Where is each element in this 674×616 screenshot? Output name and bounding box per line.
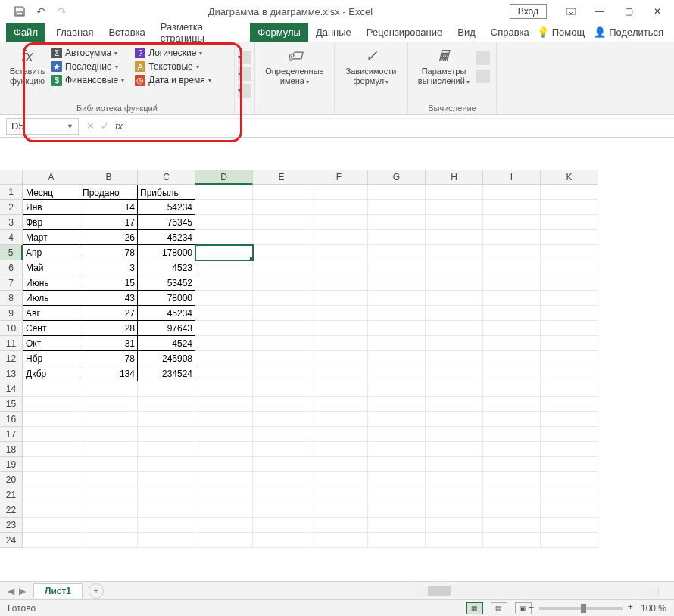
cell[interactable]: 53452 [138, 275, 195, 291]
tab-formulas[interactable]: Формулы [250, 23, 308, 42]
zoom-slider[interactable] [539, 607, 623, 610]
row-header[interactable]: 11 [0, 336, 23, 351]
cell[interactable] [253, 412, 310, 427]
share-button[interactable]: 👤Поделиться [594, 26, 663, 38]
cell[interactable] [253, 397, 310, 412]
cell[interactable] [483, 412, 541, 427]
cell[interactable] [195, 442, 253, 457]
cell[interactable]: Авг [23, 306, 80, 321]
calc-sheet-icon[interactable] [476, 70, 490, 83]
save-icon[interactable] [11, 2, 29, 20]
cell[interactable] [253, 291, 310, 306]
cell[interactable]: 97643 [138, 321, 195, 336]
cell[interactable] [368, 412, 426, 427]
cell[interactable] [483, 487, 541, 502]
cell[interactable]: 134 [80, 366, 138, 381]
cancel-icon[interactable]: ✕ [86, 120, 95, 132]
cell[interactable]: 78 [80, 351, 138, 366]
cell[interactable]: Месяц [23, 185, 80, 200]
signin-button[interactable]: Вход [510, 4, 547, 19]
defined-names-button[interactable]: 🏷 Определенные имена [261, 45, 328, 86]
text-button[interactable]: AТекстовые [132, 61, 214, 73]
cell[interactable] [253, 502, 310, 518]
cell[interactable] [23, 442, 80, 457]
cell[interactable] [368, 185, 426, 200]
sheet-tab[interactable]: Лист1 [33, 583, 83, 598]
cell[interactable]: 3 [80, 260, 138, 275]
formula-input[interactable] [130, 118, 674, 135]
cell[interactable] [80, 502, 138, 518]
cell[interactable] [368, 245, 426, 260]
row-header[interactable]: 4 [0, 230, 23, 245]
cell[interactable]: 234524 [138, 366, 195, 381]
cell[interactable] [310, 321, 368, 336]
cell[interactable] [426, 427, 483, 442]
tab-review[interactable]: Рецензирование [359, 23, 450, 42]
cell[interactable] [253, 321, 310, 336]
cell[interactable] [426, 275, 483, 291]
cell[interactable]: 54234 [138, 200, 195, 215]
math-icon[interactable] [238, 67, 251, 81]
cell[interactable] [80, 487, 138, 502]
tab-file[interactable]: Файл [6, 23, 45, 42]
cell[interactable]: 14 [80, 200, 138, 215]
cell[interactable] [253, 245, 310, 260]
col-header[interactable]: G [368, 170, 426, 185]
cell[interactable]: 28 [80, 321, 138, 336]
cell[interactable] [195, 412, 253, 427]
cell[interactable] [426, 351, 483, 366]
cell[interactable] [195, 518, 253, 533]
cell[interactable] [541, 245, 598, 260]
cell[interactable] [138, 397, 195, 412]
select-all[interactable] [0, 170, 23, 185]
tab-home[interactable]: Главная [48, 23, 101, 42]
cell[interactable] [368, 472, 426, 487]
row-header[interactable]: 8 [0, 291, 23, 306]
row-header[interactable]: 2 [0, 200, 23, 215]
row-header[interactable]: 16 [0, 412, 23, 427]
cell[interactable]: Март [23, 230, 80, 245]
cell[interactable] [483, 472, 541, 487]
cell[interactable] [368, 457, 426, 472]
cell[interactable] [368, 306, 426, 321]
cell[interactable] [368, 487, 426, 502]
cell[interactable] [253, 351, 310, 366]
cell[interactable]: 245908 [138, 351, 195, 366]
cell[interactable] [368, 336, 426, 351]
cell[interactable] [541, 260, 598, 275]
row-header[interactable]: 12 [0, 351, 23, 366]
tab-insert[interactable]: Вставка [101, 23, 152, 42]
view-normal-icon[interactable]: ▦ [466, 602, 483, 614]
cell[interactable] [541, 291, 598, 306]
cell[interactable] [483, 366, 541, 381]
cell[interactable] [310, 200, 368, 215]
row-header[interactable]: 10 [0, 321, 23, 336]
cell[interactable] [310, 457, 368, 472]
cell[interactable] [80, 397, 138, 412]
cell[interactable] [541, 336, 598, 351]
cell[interactable]: Нбр [23, 351, 80, 366]
cell[interactable]: 4524 [138, 336, 195, 351]
cell[interactable] [368, 230, 426, 245]
row-header[interactable]: 23 [0, 518, 23, 533]
recent-button[interactable]: ★Последние [48, 61, 127, 73]
cell[interactable]: Янв [23, 200, 80, 215]
cell[interactable] [195, 321, 253, 336]
cell[interactable] [426, 336, 483, 351]
cell[interactable] [253, 457, 310, 472]
cell[interactable] [368, 260, 426, 275]
calc-options-button[interactable]: 🖩 Параметры вычислений [414, 45, 473, 86]
sheet-nav[interactable]: ◀▶ [0, 586, 33, 596]
cell[interactable] [483, 291, 541, 306]
logical-button[interactable]: ?Логические [132, 47, 214, 59]
ribbon-options-icon[interactable] [557, 2, 585, 20]
row-header[interactable]: 3 [0, 215, 23, 230]
cell[interactable] [541, 442, 598, 457]
cell[interactable]: Фвр [23, 215, 80, 230]
cell[interactable] [23, 518, 80, 533]
cell[interactable] [426, 321, 483, 336]
row-header[interactable]: 17 [0, 427, 23, 442]
cell[interactable] [310, 397, 368, 412]
tab-help[interactable]: Справка [483, 23, 537, 42]
cell[interactable] [80, 518, 138, 533]
